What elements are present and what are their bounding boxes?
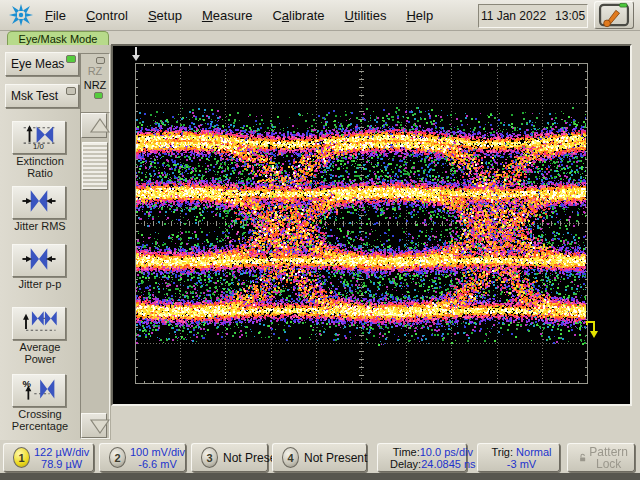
channel-1-button[interactable]: 1122 µW/div78.9 µW <box>3 443 94 472</box>
menu-bar: FileControlSetupMeasureCalibrateUtilitie… <box>0 0 640 31</box>
pattern-lock-label-2: Lock <box>589 458 628 470</box>
channel-4-badge: 4 <box>282 447 299 468</box>
channel-2-badge: 2 <box>109 447 126 468</box>
measurement-item-average-power: AveragePower <box>0 307 94 365</box>
delay-marker-icon[interactable] <box>585 319 600 340</box>
signal-type-selector[interactable]: RZ NRZ <box>80 53 110 113</box>
status-bar: 1122 µW/div78.9 µW2100 mV/div-6.6 mV3Not… <box>0 443 640 473</box>
svg-text:1/0: 1/0 <box>33 142 44 149</box>
channel-4-readout: Not Present <box>304 451 367 465</box>
time-value: 10.0 ps/div <box>420 446 473 458</box>
channel-1-badge: 1 <box>13 447 30 468</box>
channel-1-readout: 122 µW/div78.9 µW <box>34 446 89 470</box>
waveform-display <box>111 44 632 406</box>
menu-measure[interactable]: Measure <box>195 4 260 27</box>
menu-control[interactable]: Control <box>79 4 135 27</box>
menu-calibrate[interactable]: Calibrate <box>265 4 331 27</box>
measurement-label: CrossingPercentage <box>0 409 80 432</box>
crossing-percentage-button[interactable]: % <box>12 374 66 407</box>
measurement-item-extinction-ratio: 1/0ExtinctionRatio <box>0 121 94 179</box>
trig-mode-value: Normal <box>516 446 551 458</box>
channel-3-button[interactable]: 3Not Present <box>191 443 268 472</box>
sidebar: Eye Meas Msk Test RZ NRZ 1/0ExtinctionRa… <box>0 45 111 440</box>
eye-meas-button[interactable]: Eye Meas <box>5 52 79 76</box>
eye-diagram-canvas[interactable] <box>113 46 630 404</box>
padlock-icon <box>579 450 586 466</box>
menu-setup[interactable]: Setup <box>141 4 189 27</box>
channel-2-readout: 100 mV/div-6.6 mV <box>130 446 185 470</box>
msk-test-led-icon <box>66 87 76 95</box>
date-text: 11 Jan 2022 <box>481 9 546 23</box>
nrz-led-icon <box>94 92 103 99</box>
reference-arrow-icon <box>130 46 142 62</box>
eye-meas-led-icon <box>66 55 76 63</box>
msk-test-label: Msk Test <box>11 89 58 103</box>
delay-label: Delay: <box>390 458 421 470</box>
trig-label: Trig: <box>491 446 513 458</box>
agilent-logo-icon <box>8 3 34 27</box>
delay-value: 24.0845 ns <box>421 458 475 470</box>
average-power-button[interactable] <box>12 307 66 340</box>
pattern-lock-label-1: Pattern <box>589 446 628 458</box>
channel-3-badge: 3 <box>201 447 218 468</box>
trigger-button[interactable]: Trig: Normal -3 mV <box>477 443 560 472</box>
bottom-strip <box>0 473 640 480</box>
measurement-label: ExtinctionRatio <box>0 156 80 179</box>
jitter-pp-icon <box>18 260 60 275</box>
jitter-rms-icon <box>18 202 60 217</box>
time-text: 13:05 <box>555 9 585 23</box>
menu-file[interactable]: File <box>38 4 73 27</box>
msk-test-button[interactable]: Msk Test <box>5 84 79 108</box>
svg-text:%: % <box>22 378 31 389</box>
measurement-label: AveragePower <box>0 342 80 365</box>
channel-2-button[interactable]: 2100 mV/div-6.6 mV <box>99 443 186 472</box>
extinction-ratio-button[interactable]: 1/0 <box>12 121 66 154</box>
eye-meas-label: Eye Meas <box>11 57 64 71</box>
trig-level-value: -3 mV <box>490 458 553 470</box>
extinction-ratio-icon: 1/0 <box>18 137 60 152</box>
rz-led-icon <box>96 57 105 64</box>
crossing-percentage-icon: % <box>18 390 60 405</box>
jitterp-p-button[interactable] <box>12 244 66 277</box>
rz-option[interactable]: RZ <box>88 65 103 77</box>
measurement-item-jitterrms: Jitter RMS <box>0 186 94 233</box>
measurement-label: Jitter RMS <box>0 221 80 233</box>
measurement-item-crossing-percentage: % CrossingPercentage <box>0 374 94 432</box>
datetime-display: 11 Jan 2022 13:05 <box>478 4 588 28</box>
pattern-lock-button[interactable]: Pattern Lock <box>567 443 635 472</box>
nrz-option[interactable]: NRZ <box>84 79 107 91</box>
timebase-button[interactable]: Time:10.0 ps/div Delay:24.0845 ns <box>377 443 467 472</box>
menu-help[interactable]: Help <box>399 4 440 27</box>
mode-tab: Eye/Mask Mode <box>7 31 109 46</box>
menu-utilities[interactable]: Utilities <box>338 4 394 27</box>
average-power-icon <box>18 323 60 338</box>
touchscreen-icon <box>595 2 633 28</box>
touchscreen-button[interactable] <box>594 1 634 29</box>
time-label: Time: <box>393 446 420 458</box>
jitterrms-button[interactable] <box>12 186 66 219</box>
measurement-item-jitterp-p: Jitter p-p <box>0 244 94 291</box>
channel-4-button[interactable]: 4Not Present <box>272 443 367 472</box>
measurement-label: Jitter p-p <box>0 279 80 291</box>
